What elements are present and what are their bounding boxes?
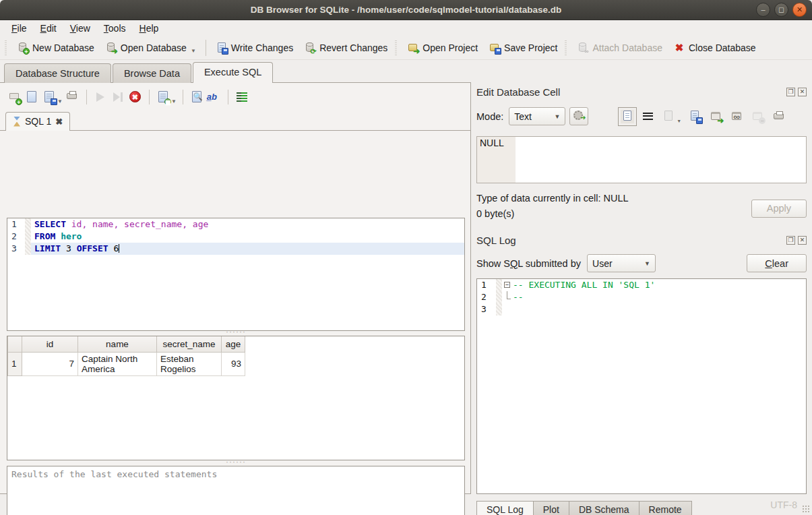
revert-changes-label: Revert Changes — [319, 42, 387, 53]
mode-label: Mode: — [476, 111, 503, 122]
toolbar-separator — [228, 90, 228, 104]
save-sql-file-button[interactable]: ▼ — [42, 90, 63, 104]
step-icon — [111, 90, 125, 104]
encoding-indicator[interactable]: UTF-8 — [770, 499, 797, 510]
toolbar-separator — [183, 90, 183, 104]
cell[interactable]: Captain North America — [78, 352, 157, 375]
revert-changes-button[interactable]: ⟳Revert Changes — [299, 39, 393, 57]
sql-log-dock-header: SQL Log ❐ ✕ — [476, 235, 807, 246]
new-database-button[interactable]: +New Database — [11, 39, 100, 57]
toolbar-handle[interactable] — [395, 40, 400, 55]
new-sql-tab-button[interactable]: + — [7, 90, 22, 104]
cell-value-editor[interactable]: NULL — [476, 136, 807, 183]
open-sql-file-button[interactable] — [24, 90, 39, 104]
cell[interactable]: 93 — [222, 352, 245, 375]
tab-execute-sql[interactable]: Execute SQL — [193, 62, 273, 83]
execute-sql-page: +▼✖▦▼a̲b SQL 1 ✖ 1SELECT id, name, secre… — [0, 82, 471, 494]
format-sql-button[interactable] — [235, 90, 249, 104]
edit-cell-title: Edit Database Cell — [476, 86, 560, 98]
cell[interactable]: Esteban Rogelios — [157, 352, 222, 375]
print-cell-button[interactable] — [772, 110, 786, 123]
right-dock: Edit Database Cell ❐ ✕ Mode: Text ▼ ▼➜– … — [471, 82, 812, 494]
maximize-button[interactable]: ◻ — [774, 3, 788, 17]
find-in-sql-button[interactable] — [189, 90, 204, 104]
mode-select[interactable]: Text ▼ — [509, 107, 565, 125]
column-header-id[interactable]: id — [22, 336, 78, 352]
find-replace-button[interactable]: a̲b — [207, 90, 222, 104]
menu-tools[interactable]: Tools — [98, 22, 132, 35]
tab-browse-data[interactable]: Browse Data — [113, 63, 191, 83]
write-changes-button[interactable]: Write Changes — [210, 39, 299, 57]
editor-line: 2FROM hero — [7, 231, 464, 243]
open-in-app-button[interactable]: ➜ — [710, 110, 723, 123]
title-bar: DB Browser for SQLite - /home/user/code/… — [0, 0, 812, 20]
status-bar: UTF-8 — [0, 494, 812, 515]
cell-editor-toolbar: ▼➜– — [621, 110, 786, 123]
menu-file[interactable]: File — [5, 22, 33, 35]
close-database-label: Close Database — [689, 42, 756, 53]
close-dock-icon[interactable]: ✕ — [798, 88, 807, 96]
sql-log-view[interactable]: 1−-- EXECUTING ALL IN 'SQL 1'2--3 — [476, 278, 807, 494]
code-text: SELECT id, name, secret_name, age — [31, 218, 464, 231]
toolbar-handle[interactable] — [565, 40, 569, 55]
menu-view[interactable]: View — [64, 22, 96, 35]
print-sql-button[interactable] — [65, 90, 80, 104]
log-filter-label: Show SQL submitted by — [476, 258, 581, 269]
cell[interactable]: 7 — [22, 352, 78, 375]
splitter-handle[interactable] — [7, 461, 465, 466]
execute-line-button — [111, 90, 125, 104]
row-number[interactable]: 1 — [8, 352, 22, 375]
log-text: -- — [513, 291, 524, 303]
column-header-age[interactable]: age — [222, 336, 245, 352]
float-dock-icon[interactable]: ❐ — [786, 88, 795, 96]
chevron-down-icon[interactable]: ▼ — [677, 119, 681, 123]
open-database-button[interactable]: ➜Open Database▼ — [100, 39, 201, 57]
db-arrow-icon: ➜ — [105, 42, 117, 54]
auto-switch-mode-button[interactable] — [569, 107, 588, 125]
menu-edit[interactable]: Edit — [34, 22, 63, 35]
word-wrap-button[interactable] — [642, 110, 655, 123]
export-data-button[interactable] — [689, 110, 702, 123]
sql-log-title: SQL Log — [476, 235, 516, 246]
float-dock-icon[interactable]: ❐ — [786, 236, 795, 245]
save-project-button[interactable]: Save Project — [483, 39, 563, 57]
close-tab-icon[interactable]: ✖ — [55, 117, 63, 127]
sql-file-tab[interactable]: SQL 1 ✖ — [5, 112, 70, 131]
chevron-down-icon[interactable]: ▼ — [191, 48, 196, 54]
close-database-button[interactable]: ✖Close Database — [668, 39, 761, 57]
page-open-icon — [24, 90, 39, 104]
close-dock-icon[interactable]: ✕ — [798, 236, 807, 245]
close-button[interactable]: ✕ — [792, 3, 807, 17]
splitter-handle[interactable] — [7, 331, 465, 336]
resize-grip[interactable] — [802, 505, 810, 513]
clear-log-button[interactable]: Clear — [747, 254, 807, 272]
toolbar-handle[interactable] — [5, 40, 9, 55]
db-link-icon: ∞ — [577, 42, 589, 54]
chevron-down-icon[interactable]: ▼ — [171, 98, 177, 104]
editor-line: 1SELECT id, name, secret_name, age — [7, 218, 464, 231]
db-plus-icon: + — [17, 42, 29, 54]
corner-header[interactable] — [8, 336, 22, 352]
apply-button[interactable]: Apply — [751, 200, 807, 218]
box-floppy-icon — [489, 42, 501, 54]
text-mode-button[interactable] — [621, 110, 634, 123]
win-arrow-icon: ➜ — [710, 110, 723, 123]
fold-minus-icon[interactable]: − — [504, 282, 510, 288]
page-floppy-dd-icon — [42, 90, 57, 104]
stop-execution-button[interactable]: ✖ — [128, 90, 143, 104]
tab-database-structure[interactable]: Database Structure — [4, 63, 111, 83]
log-filter-select[interactable]: User ▼ — [587, 254, 656, 272]
column-header-secret_name[interactable]: secret_name — [157, 336, 222, 352]
menu-help[interactable]: Help — [133, 22, 165, 35]
minimize-button[interactable]: – — [756, 3, 770, 17]
column-header-name[interactable]: name — [78, 336, 157, 352]
chevron-down-icon[interactable]: ▼ — [57, 98, 63, 104]
sql-code-editor[interactable]: 1SELECT id, name, secret_name, age2FROM … — [7, 218, 465, 331]
line-number: 3 — [7, 243, 25, 255]
open-project-button[interactable]: ➜Open Project — [402, 39, 483, 57]
copy-link-button[interactable] — [730, 110, 744, 123]
save-results-button[interactable]: ▦▼ — [156, 90, 177, 104]
fold-column: − — [502, 279, 513, 291]
db-refresh-icon: ⟳ — [304, 42, 316, 54]
win-link-icon — [730, 110, 744, 123]
